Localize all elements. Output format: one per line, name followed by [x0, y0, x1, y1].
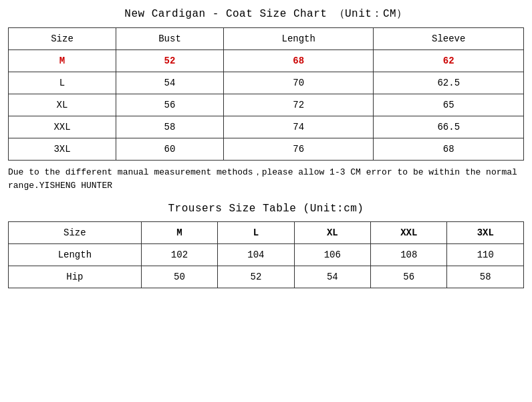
- trousers-col-size: Size: [9, 222, 142, 244]
- cell-length: 74: [223, 116, 374, 138]
- table-row: M526862: [9, 50, 524, 72]
- trousers-title: Trousers Size Table (Unit:cm): [8, 203, 524, 215]
- cell-value: 106: [294, 244, 370, 266]
- cell-size: XXL: [9, 116, 116, 138]
- trousers-header-row: SizeMLXLXXL3XL: [9, 222, 524, 244]
- cell-value: 58: [447, 266, 524, 288]
- cell-sleeve: 62.5: [374, 72, 524, 94]
- cell-value: 104: [218, 244, 294, 266]
- cell-size: L: [9, 72, 116, 94]
- cell-value: 52: [218, 266, 294, 288]
- cell-bust: 58: [116, 116, 223, 138]
- cell-sleeve: 62: [374, 50, 524, 72]
- cell-bust: 56: [116, 94, 223, 116]
- table-row: Hip5052545658: [9, 266, 524, 288]
- trousers-table: SizeMLXLXXL3XL Length102104106108110Hip5…: [8, 221, 524, 288]
- notice-text: Due to the different manual measurement …: [8, 166, 524, 192]
- cell-size: M: [9, 50, 116, 72]
- col-bust: Bust: [116, 28, 223, 50]
- cell-value: 108: [371, 244, 447, 266]
- trousers-col-M: M: [141, 222, 217, 244]
- col-size: Size: [9, 28, 116, 50]
- cell-sleeve: 68: [374, 138, 524, 161]
- cell-label: Hip: [9, 266, 142, 288]
- cell-size: 3XL: [9, 138, 116, 161]
- cell-bust: 52: [116, 50, 223, 72]
- cell-value: 110: [447, 244, 524, 266]
- cardigan-title: New Cardigan - Coat Size Chart （Unit：CM）: [8, 7, 524, 21]
- cell-length: 68: [223, 50, 374, 72]
- col-sleeve: Sleeve: [374, 28, 524, 50]
- cell-sleeve: 65: [374, 94, 524, 116]
- cell-length: 72: [223, 94, 374, 116]
- cell-value: 102: [141, 244, 217, 266]
- cell-size: XL: [9, 94, 116, 116]
- cell-length: 70: [223, 72, 374, 94]
- cell-bust: 54: [116, 72, 223, 94]
- trousers-col-XL: XL: [294, 222, 370, 244]
- table-row: 3XL607668: [9, 138, 524, 161]
- cardigan-table: Size Bust Length Sleeve M526862L547062.5…: [8, 27, 524, 161]
- trousers-col-L: L: [218, 222, 294, 244]
- cell-label: Length: [9, 244, 142, 266]
- trousers-col-XXL: XXL: [371, 222, 447, 244]
- trousers-col-3XL: 3XL: [447, 222, 524, 244]
- table-row: XXL587466.5: [9, 116, 524, 138]
- table-row: XL567265: [9, 94, 524, 116]
- cell-sleeve: 66.5: [374, 116, 524, 138]
- cell-bust: 60: [116, 138, 223, 161]
- cell-value: 50: [141, 266, 217, 288]
- cell-value: 56: [371, 266, 447, 288]
- cell-value: 54: [294, 266, 370, 288]
- cell-length: 76: [223, 138, 374, 161]
- table-row: L547062.5: [9, 72, 524, 94]
- cardigan-header-row: Size Bust Length Sleeve: [9, 28, 524, 50]
- col-length: Length: [223, 28, 374, 50]
- table-row: Length102104106108110: [9, 244, 524, 266]
